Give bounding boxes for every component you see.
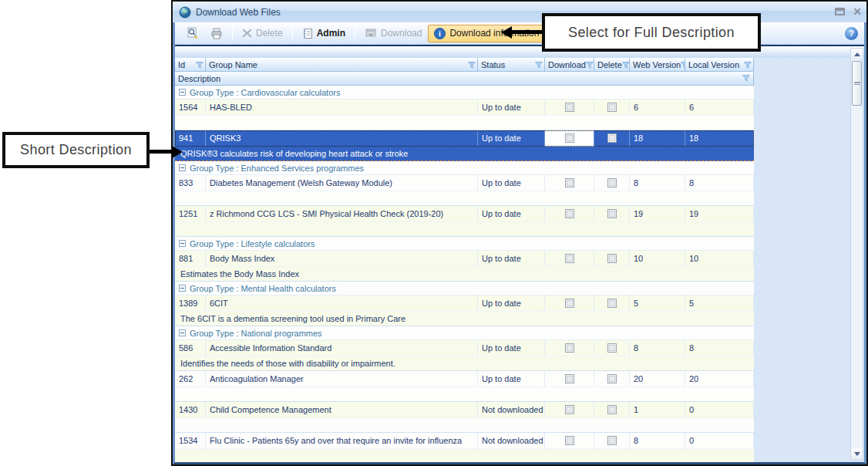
- local-version-cell: 0: [685, 402, 754, 418]
- description-row[interactable]: Identifies the needs of those with disab…: [175, 356, 754, 371]
- download-cell[interactable]: [545, 295, 594, 312]
- description-row[interactable]: [175, 387, 754, 402]
- description-row[interactable]: [175, 418, 754, 433]
- window-frame: DeleteAdminDownloadiDownload information…: [173, 22, 866, 464]
- id-cell: 586: [175, 340, 206, 356]
- group-header-row[interactable]: Group Type : National programmes: [175, 326, 754, 340]
- delete-cell[interactable]: [594, 100, 630, 116]
- filter-icon[interactable]: [196, 62, 204, 69]
- restore-button[interactable]: [835, 5, 845, 19]
- collapse-minus-icon[interactable]: [179, 164, 186, 171]
- group-header-row[interactable]: Group Type : Cardiovascular calculators: [175, 86, 754, 100]
- column-header-web[interactable]: Web Version: [630, 58, 685, 72]
- table-row-833[interactable]: 833Diabetes Management (Welsh Gateway Mo…: [175, 175, 754, 191]
- table-row-586[interactable]: 586Accessible Information StandardUp to …: [175, 340, 754, 356]
- download-table: IdGroup NameStatusDownloadDeleteWeb Vers…: [175, 58, 754, 462]
- printer-icon: [210, 28, 223, 39]
- download-cell[interactable]: [545, 433, 594, 449]
- download-cell[interactable]: [545, 206, 594, 222]
- delete-button[interactable]: Delete: [236, 25, 289, 42]
- download-cell[interactable]: [545, 371, 594, 387]
- column-header-delete[interactable]: Delete: [594, 58, 630, 72]
- vertical-scrollbar[interactable]: [850, 48, 863, 461]
- scroll-up-button[interactable]: [851, 49, 863, 60]
- collapse-minus-icon[interactable]: [179, 89, 186, 96]
- admin-label: Admin: [317, 28, 345, 39]
- delete-cell[interactable]: [594, 206, 630, 222]
- id-cell: 833: [175, 175, 206, 191]
- x-icon: [242, 29, 252, 38]
- group-header-label: Group Type : National programmes: [190, 329, 322, 338]
- id-cell: 1534: [175, 433, 206, 449]
- column-header-download[interactable]: Download: [545, 58, 594, 72]
- filter-icon[interactable]: [535, 62, 543, 69]
- group-name-cell: Body Mass Index: [206, 251, 478, 267]
- description-row[interactable]: The 6CIT is a dementia screening tool us…: [175, 312, 754, 326]
- checkbox-icon: [565, 436, 574, 445]
- status-cell: Up to date: [478, 175, 545, 191]
- column-header-status[interactable]: Status: [478, 58, 545, 72]
- delete-cell[interactable]: [594, 130, 630, 147]
- filter-icon[interactable]: [622, 62, 630, 69]
- description-row[interactable]: [175, 222, 754, 237]
- description-row[interactable]: [175, 116, 754, 130]
- callout-arrow-right: [150, 146, 183, 158]
- filter-icon[interactable]: [742, 75, 750, 82]
- status-cell: Up to date: [478, 206, 545, 222]
- column-header-name[interactable]: Group Name: [206, 58, 478, 72]
- delete-cell[interactable]: [594, 251, 630, 267]
- close-button[interactable]: ✕: [853, 8, 862, 15]
- description-row[interactable]: [175, 191, 754, 206]
- collapse-minus-icon[interactable]: [179, 240, 186, 247]
- description-header[interactable]: Description: [175, 72, 754, 86]
- admin-button[interactable]: Admin: [296, 25, 352, 42]
- download-cell[interactable]: [545, 402, 594, 418]
- table-row-1430[interactable]: 1430Child Competence ManagementNot downl…: [175, 402, 754, 418]
- column-header-row: IdGroup NameStatusDownloadDeleteWeb Vers…: [175, 58, 754, 72]
- column-header-id[interactable]: Id: [175, 58, 206, 72]
- checkbox-icon: [565, 374, 574, 383]
- group-header-row[interactable]: Group Type : Lifestyle calculators: [175, 237, 754, 251]
- collapse-minus-icon[interactable]: [179, 329, 186, 336]
- table-row-1251[interactable]: 1251z Richmond CCG LCS - SMI Physical He…: [175, 206, 754, 222]
- delete-cell[interactable]: [594, 175, 630, 191]
- scrollbar-thumb[interactable]: [852, 61, 862, 106]
- group-header-row[interactable]: Group Type : Mental Health calculators: [175, 282, 754, 295]
- table-row-881[interactable]: 881Body Mass IndexUp to date1010: [175, 251, 754, 267]
- download-cell[interactable]: [545, 251, 594, 267]
- filter-icon[interactable]: [586, 62, 594, 69]
- description-row[interactable]: QRISK®3 calculates risk of developing he…: [175, 147, 754, 161]
- group-name-cell: HAS-BLED: [206, 100, 478, 116]
- id-cell: 941: [175, 130, 206, 147]
- group-header-row[interactable]: Group Type : Enhanced Services programme…: [175, 161, 754, 175]
- checkbox-icon: [607, 343, 617, 353]
- description-row[interactable]: Estimates the Body Mass Index: [175, 267, 754, 282]
- filter-icon[interactable]: [468, 62, 476, 69]
- description-row[interactable]: [175, 449, 754, 462]
- download-cell[interactable]: [545, 100, 594, 116]
- download-cell[interactable]: [545, 340, 594, 356]
- delete-cell[interactable]: [594, 371, 630, 387]
- print-preview-button[interactable]: [180, 24, 204, 42]
- download-cell[interactable]: [545, 175, 594, 191]
- table-row-262[interactable]: 262Anticoagulation ManagerUp to date2020: [175, 371, 754, 387]
- scroll-down-button[interactable]: [851, 448, 863, 460]
- table-row-941[interactable]: 941QRISK3Up to date1818: [175, 130, 754, 147]
- help-button[interactable]: ?: [845, 27, 858, 40]
- delete-cell[interactable]: [594, 295, 630, 312]
- collapse-minus-icon[interactable]: [179, 285, 186, 292]
- download-button[interactable]: Download: [358, 25, 428, 42]
- table-row-1534[interactable]: 1534Flu Clinic - Patients 65y and over t…: [175, 433, 754, 449]
- delete-cell[interactable]: [594, 402, 630, 418]
- download-label: Download: [381, 28, 422, 39]
- download-cell[interactable]: [545, 130, 594, 147]
- table-row-1564[interactable]: 1564HAS-BLEDUp to date66: [175, 100, 754, 116]
- table-row-1389[interactable]: 13896CITUp to date55: [175, 295, 754, 312]
- checkbox-icon: [607, 133, 617, 143]
- callout-short-description-label: Short Description: [20, 142, 132, 158]
- column-header-local[interactable]: Local Version: [685, 58, 754, 72]
- delete-cell[interactable]: [594, 340, 630, 356]
- delete-cell[interactable]: [594, 433, 630, 449]
- print-button[interactable]: [204, 25, 229, 42]
- filter-icon[interactable]: [744, 62, 752, 69]
